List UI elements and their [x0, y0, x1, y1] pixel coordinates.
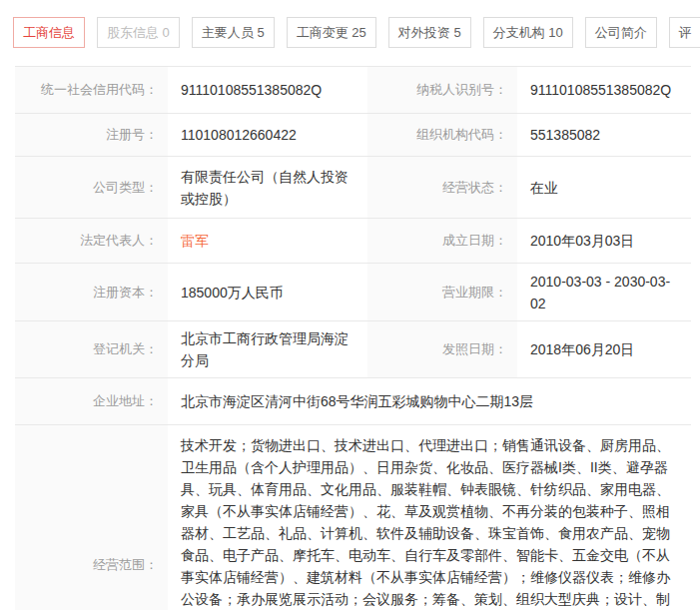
table-row: 注册号： 110108012660422 组织机构代码： 551385082: [15, 114, 691, 157]
table-row: 法定代表人： 雷军 成立日期： 2010年03月03日: [15, 219, 691, 264]
company-type-value: 有限责任公司（自然人投资或控股）: [168, 157, 367, 218]
business-term-value: 2010-03-03 - 2030-03-02: [517, 264, 691, 320]
legal-representative-label: 法定代表人：: [15, 219, 168, 263]
business-scope-value: 技术开发；货物进出口、技术进出口、代理进出口；销售通讯设备、厨房用品、卫生用品（…: [168, 425, 691, 610]
table-row: 登记机关： 北京市工商行政管理局海淀分局 发照日期： 2018年06月20日: [15, 321, 691, 378]
tab-key-personnel[interactable]: 主要人员 5: [192, 17, 275, 48]
registration-number-label: 注册号：: [15, 114, 168, 156]
credit-code-label: 统一社会信用代码：: [15, 67, 168, 113]
operating-status-value: 在业: [517, 157, 691, 218]
tab-business-changes[interactable]: 工商变更 25: [287, 17, 376, 48]
business-info-table: 统一社会信用代码： 91110108551385082Q 纳税人识别号： 911…: [15, 66, 691, 610]
credit-code-value: 91110108551385082Q: [168, 67, 367, 113]
table-row: 注册资本： 185000万人民币 营业期限： 2010-03-03 - 2030…: [15, 264, 691, 321]
registration-authority-label: 登记机关：: [15, 321, 168, 377]
business-term-label: 营业期限：: [367, 264, 517, 320]
org-code-label: 组织机构代码：: [367, 114, 517, 156]
taxpayer-id-label: 纳税人识别号：: [367, 67, 517, 113]
legal-representative-link[interactable]: 雷军: [181, 230, 209, 252]
legal-representative-cell: 雷军: [168, 219, 367, 263]
company-type-label: 公司类型：: [15, 157, 168, 218]
business-scope-label: 经营范围：: [15, 425, 168, 610]
table-row: 统一社会信用代码： 91110108551385082Q 纳税人识别号： 911…: [15, 67, 691, 114]
tab-outbound-investment[interactable]: 对外投资 5: [388, 17, 471, 48]
tab-reviews[interactable]: 评: [669, 17, 700, 48]
license-date-value: 2018年06月20日: [517, 321, 691, 377]
company-address-label: 企业地址：: [15, 378, 168, 424]
registered-capital-label: 注册资本：: [15, 264, 168, 320]
table-row: 企业地址： 北京市海淀区清河中街68号华润五彩城购物中心二期13层: [15, 378, 691, 425]
tab-bar: 工商信息 股东信息 0 主要人员 5 工商变更 25 对外投资 5 分支机构 1…: [0, 0, 700, 48]
operating-status-label: 经营状态：: [367, 157, 517, 218]
table-row: 经营范围： 技术开发；货物进出口、技术进出口、代理进出口；销售通讯设备、厨房用品…: [15, 425, 691, 610]
registered-capital-value: 185000万人民币: [168, 264, 367, 320]
taxpayer-id-value: 91110108551385082Q: [517, 67, 691, 113]
tab-shareholders[interactable]: 股东信息 0: [97, 17, 180, 48]
license-date-label: 发照日期：: [367, 321, 517, 377]
tab-branches[interactable]: 分支机构 10: [483, 17, 573, 48]
establishment-date-label: 成立日期：: [367, 219, 517, 263]
tab-business-info[interactable]: 工商信息: [13, 17, 85, 48]
establishment-date-value: 2010年03月03日: [517, 219, 691, 263]
registration-authority-value: 北京市工商行政管理局海淀分局: [168, 321, 367, 377]
table-row: 公司类型： 有限责任公司（自然人投资或控股） 经营状态： 在业: [15, 157, 691, 219]
registration-number-value: 110108012660422: [168, 114, 367, 156]
org-code-value: 551385082: [517, 114, 691, 156]
tab-company-profile[interactable]: 公司简介: [585, 17, 657, 48]
company-address-value: 北京市海淀区清河中街68号华润五彩城购物中心二期13层: [168, 378, 691, 424]
